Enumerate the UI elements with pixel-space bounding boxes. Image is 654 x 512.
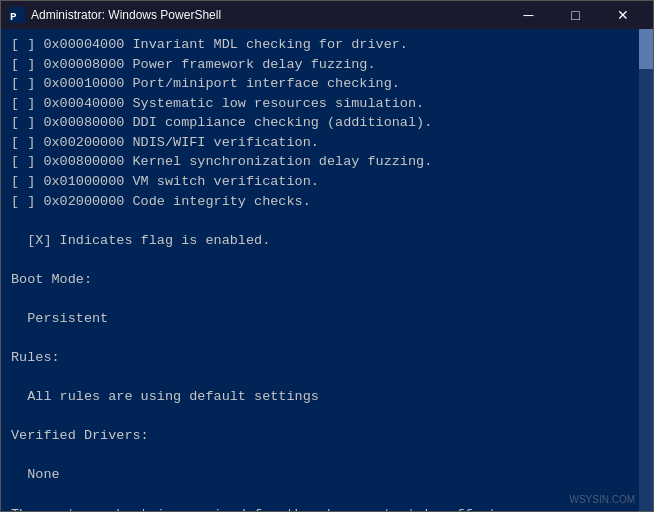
window-controls: ─ □ ✕ [506, 1, 645, 29]
svg-text:P: P [10, 11, 17, 23]
maximize-button[interactable]: □ [553, 1, 598, 29]
terminal-body[interactable]: [ ] 0x00004000 Invariant MDL checking fo… [1, 29, 653, 511]
scrollbar-thumb[interactable] [639, 29, 653, 69]
powershell-icon: P [9, 7, 25, 23]
scrollbar[interactable] [639, 29, 653, 511]
close-button[interactable]: ✕ [600, 1, 645, 29]
minimize-button[interactable]: ─ [506, 1, 551, 29]
title-bar: P Administrator: Windows PowerShell ─ □ … [1, 1, 653, 29]
terminal-content: [ ] 0x00004000 Invariant MDL checking fo… [11, 35, 643, 511]
window-title: Administrator: Windows PowerShell [31, 8, 506, 22]
watermark-text: WSYSIN.COM [569, 493, 635, 508]
powershell-window: P Administrator: Windows PowerShell ─ □ … [0, 0, 654, 512]
